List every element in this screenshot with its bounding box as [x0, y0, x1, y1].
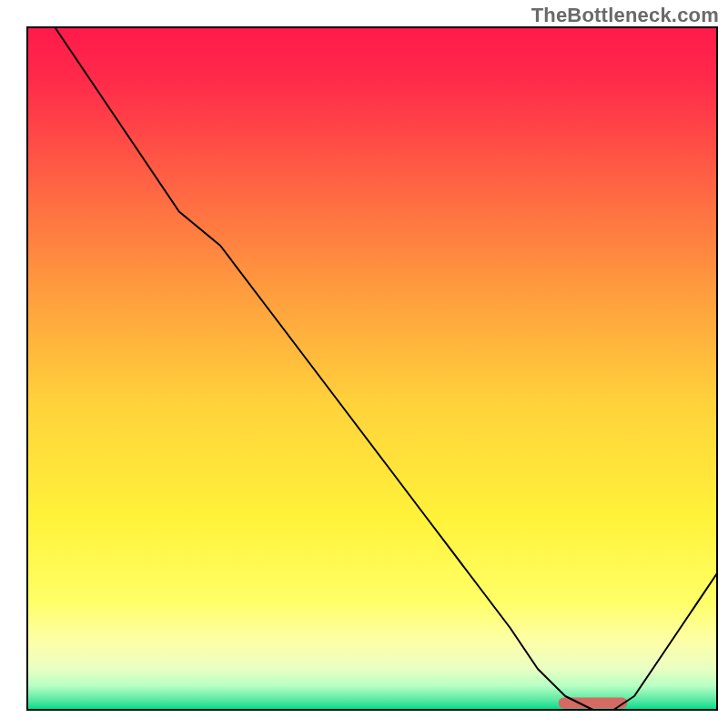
gradient-background	[27, 27, 717, 710]
bottleneck-chart	[0, 0, 728, 728]
watermark-text: TheBottleneck.com	[531, 4, 719, 27]
chart-stage: TheBottleneck.com	[0, 0, 728, 728]
